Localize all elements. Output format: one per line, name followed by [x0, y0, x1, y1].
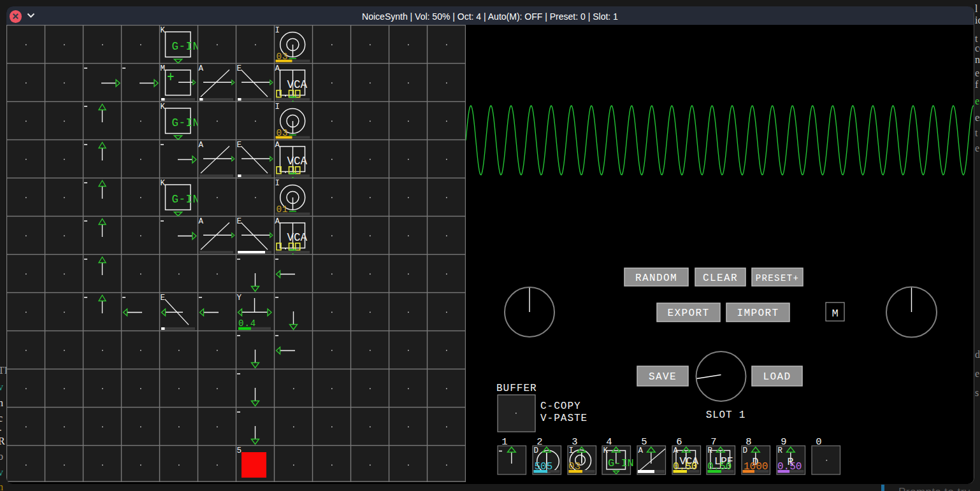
svg-text:K: K	[161, 26, 166, 35]
svg-text:A: A	[199, 217, 204, 226]
svg-text:E: E	[161, 294, 166, 302]
svg-text:I: I	[275, 26, 280, 35]
svg-text:A: A	[275, 141, 280, 150]
svg-text:M: M	[832, 308, 838, 320]
svg-text:A: A	[275, 217, 280, 226]
svg-text:SAVE: SAVE	[649, 371, 677, 383]
svg-text:EXPORT: EXPORT	[667, 308, 709, 319]
svg-text:A: A	[275, 64, 280, 73]
svg-text:E: E	[237, 141, 242, 150]
svg-text:D: D	[534, 446, 539, 455]
svg-text:SLOT 1: SLOT 1	[706, 409, 746, 421]
svg-text:VCA: VCA	[287, 155, 308, 167]
svg-text:VCA: VCA	[287, 231, 308, 244]
svg-text:PRESET+: PRESET+	[756, 273, 800, 283]
svg-text:0.4: 0.4	[238, 318, 256, 329]
svg-text:A: A	[199, 141, 204, 150]
svg-text:I: I	[275, 179, 280, 188]
svg-text:G-IN: G-IN	[172, 193, 200, 206]
svg-text:VCA: VCA	[287, 78, 308, 91]
svg-text:I: I	[275, 103, 280, 111]
svg-text:BUFFER: BUFFER	[496, 383, 537, 394]
svg-text:IMPORT: IMPORT	[737, 308, 779, 319]
svg-text:RANDOM: RANDOM	[635, 273, 677, 284]
svg-text:D: D	[743, 446, 748, 455]
svg-text:C-COPY: C-COPY	[540, 401, 581, 412]
svg-text:5: 5	[237, 446, 242, 455]
svg-text:A: A	[638, 446, 644, 455]
svg-text:R: R	[778, 446, 783, 455]
svg-text:V-PASTE: V-PASTE	[540, 413, 587, 424]
svg-text:K: K	[161, 103, 166, 111]
svg-text:G-IN: G-IN	[608, 457, 634, 469]
svg-text:Y: Y	[237, 294, 242, 302]
svg-text:LOAD: LOAD	[763, 371, 791, 383]
svg-text:K: K	[161, 179, 166, 188]
svg-text:E: E	[237, 64, 242, 73]
svg-text:G-IN: G-IN	[172, 40, 200, 53]
svg-text:G-IN: G-IN	[172, 117, 200, 129]
svg-text:E: E	[237, 217, 242, 226]
svg-text:CLEAR: CLEAR	[703, 273, 738, 284]
svg-text:M: M	[161, 64, 166, 73]
svg-text:A: A	[199, 64, 204, 73]
